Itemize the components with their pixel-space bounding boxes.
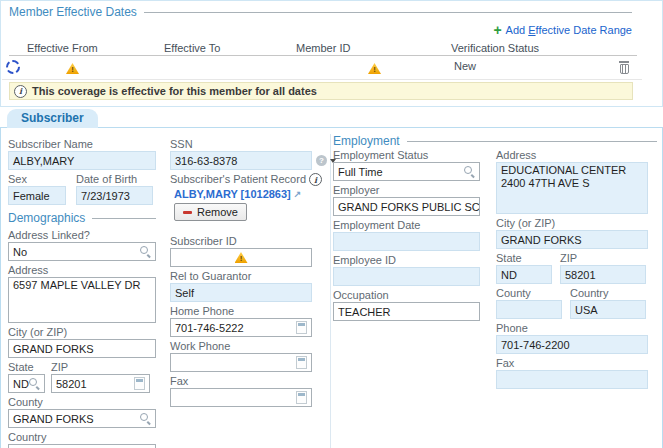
work-phone-field[interactable] xyxy=(170,353,312,372)
county-value: GRAND FORKS xyxy=(13,413,94,425)
employer-fax-field[interactable] xyxy=(496,370,648,389)
ssn-field[interactable]: 316-63-8378 xyxy=(170,151,312,170)
remove-button-label: Remove xyxy=(197,206,238,218)
ssn-value: 316-63-8378 xyxy=(175,155,237,167)
home-phone-field[interactable]: 701-746-5222 xyxy=(170,318,312,337)
zip-field[interactable]: 58201 xyxy=(51,374,150,393)
employer-country-field[interactable]: USA xyxy=(570,300,646,319)
home-phone-value: 701-746-5222 xyxy=(175,322,244,334)
add-link-post: ffective Date Range xyxy=(536,24,632,36)
subscriber-name-value: ALBY,MARY xyxy=(13,155,74,167)
patient-record-label: Subscriber's Patient Record xyxy=(170,173,306,186)
column-header-effective-to: Effective To xyxy=(164,42,220,54)
county-field[interactable]: GRAND FORKS xyxy=(8,409,156,428)
zip-label: ZIP xyxy=(51,361,150,374)
date-of-birth-field[interactable]: 7/23/1973 xyxy=(76,186,153,205)
keypad-icon xyxy=(296,321,307,334)
info-icon: i xyxy=(14,85,27,98)
country-label: Country xyxy=(8,431,156,444)
warning-icon xyxy=(66,63,79,74)
help-icon[interactable]: ? xyxy=(316,155,327,166)
search-icon xyxy=(29,378,40,389)
employer-city-label: City (or ZIP) xyxy=(496,217,648,230)
warning-icon xyxy=(368,63,381,74)
address-linked-field[interactable]: No xyxy=(8,242,156,261)
employer-phone-label: Phone xyxy=(496,322,648,335)
address-linked-value: No xyxy=(13,246,27,258)
address-label: Address xyxy=(8,264,156,277)
employer-country-value: USA xyxy=(575,304,598,316)
subscriber-name-field[interactable]: ALBY,MARY xyxy=(8,151,156,170)
info-icon[interactable]: i xyxy=(309,173,322,186)
refresh-icon[interactable] xyxy=(6,60,20,74)
demographics-title: Demographics xyxy=(8,211,85,225)
address-field[interactable]: 6597 MAPLE VALLEY DR xyxy=(8,277,156,323)
employment-status-field[interactable]: Full Time xyxy=(333,162,480,181)
column-header-verification-status: Verification Status xyxy=(451,42,539,54)
section-rule xyxy=(92,218,156,219)
employee-id-field[interactable] xyxy=(333,267,480,286)
occupation-label: Occupation xyxy=(333,289,480,302)
employer-phone-value: 701-746-2200 xyxy=(501,339,570,351)
city-value: GRAND FORKS xyxy=(13,343,94,355)
home-phone-label: Home Phone xyxy=(170,305,312,318)
subscriber-middle-column: SSN 316-63-8378 ? Subscriber's Patient R… xyxy=(170,138,312,410)
state-field[interactable]: ND xyxy=(8,374,45,393)
rel-to-guarantor-value: Self xyxy=(175,287,194,299)
employer-value: GRAND FORKS PUBLIC SC... xyxy=(338,201,480,213)
country-field[interactable]: United States of America xyxy=(8,444,156,448)
rel-to-guarantor-label: Rel to Guarantor xyxy=(170,270,312,283)
keypad-icon xyxy=(296,356,307,369)
sex-value: Female xyxy=(13,190,50,202)
state-value: ND xyxy=(13,378,29,390)
open-record-icon: ↗ xyxy=(294,190,302,199)
remove-button[interactable]: Remove xyxy=(174,203,247,221)
tab-subscriber[interactable]: Subscriber xyxy=(7,109,98,128)
effective-date-row[interactable]: New xyxy=(2,56,642,80)
employer-state-field[interactable]: ND xyxy=(496,265,552,284)
employer-fax-label: Fax xyxy=(496,357,648,370)
column-header-effective-from: Effective From xyxy=(27,42,98,54)
add-link-accel: E xyxy=(528,24,535,36)
delete-icon[interactable] xyxy=(619,60,630,73)
employer-address-field[interactable]: EDUCATIONAL CENTER 2400 47TH AVE S xyxy=(496,162,648,214)
keypad-icon xyxy=(134,377,145,390)
member-effective-dates-header: Member Effective Dates xyxy=(9,5,632,19)
fax-field[interactable] xyxy=(170,388,312,407)
zip-value: 58201 xyxy=(56,378,87,390)
date-of-birth-value: 7/23/1973 xyxy=(81,190,130,202)
search-icon xyxy=(464,166,475,177)
patient-record-link[interactable]: ALBY,MARY [1012863] ↗ xyxy=(174,188,312,200)
demographics-header: Demographics xyxy=(8,211,156,225)
subscriber-id-label: Subscriber ID xyxy=(170,235,312,248)
employment-title: Employment xyxy=(333,134,400,148)
member-effective-dates-panel: Member Effective Dates + Add Effective D… xyxy=(0,0,663,107)
occupation-field[interactable]: TEACHER xyxy=(333,302,480,321)
sex-field[interactable]: Female xyxy=(8,186,66,205)
add-effective-date-range-label[interactable]: Add Effective Date Range xyxy=(506,24,632,36)
address-value: 6597 MAPLE VALLEY DR xyxy=(13,279,140,292)
ssn-label: SSN xyxy=(170,138,312,151)
employer-state-label: State xyxy=(496,252,552,265)
address-linked-label: Address Linked? xyxy=(8,229,156,242)
subscriber-left-column: Subscriber Name ALBY,MARY Sex Female Dat… xyxy=(8,138,156,448)
employer-state-value: ND xyxy=(501,269,517,281)
rel-to-guarantor-field[interactable]: Self xyxy=(170,283,312,302)
employer-county-field[interactable] xyxy=(496,300,562,319)
employer-field[interactable]: GRAND FORKS PUBLIC SC... xyxy=(333,197,480,216)
section-rule xyxy=(407,141,657,142)
work-phone-label: Work Phone xyxy=(170,340,312,353)
verification-status-value: New xyxy=(454,60,476,72)
subscriber-panel: Subscriber Name ALBY,MARY Sex Female Dat… xyxy=(0,127,663,448)
employment-date-field[interactable] xyxy=(333,232,480,251)
employer-phone-field[interactable]: 701-746-2200 xyxy=(496,335,648,354)
subscriber-id-field[interactable] xyxy=(170,248,312,267)
fax-label: Fax xyxy=(170,375,312,388)
employment-right-column: Address EDUCATIONAL CENTER 2400 47TH AVE… xyxy=(496,149,648,392)
warning-icon xyxy=(235,252,248,263)
employer-country-label: Country xyxy=(570,287,646,300)
city-field[interactable]: GRAND FORKS xyxy=(8,339,156,358)
employer-zip-field[interactable]: 58201 xyxy=(560,265,646,284)
add-effective-date-range-link[interactable]: + Add Effective Date Range xyxy=(493,24,632,36)
employer-city-field[interactable]: GRAND FORKS xyxy=(496,230,648,249)
